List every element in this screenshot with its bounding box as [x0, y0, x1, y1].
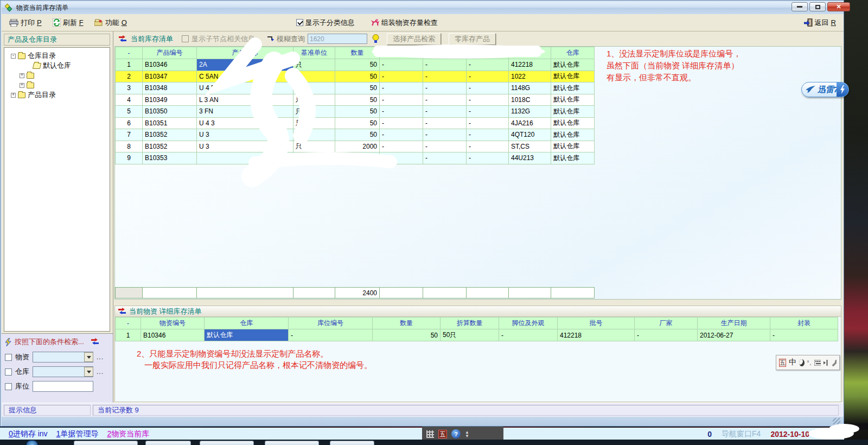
folder-icon	[27, 82, 34, 88]
tree-item-erased-2[interactable]: +	[4, 80, 110, 90]
lightning-bolt-icon[interactable]	[837, 82, 848, 97]
nav-link-documents[interactable]: 1单据管理导	[56, 429, 99, 439]
material-combo[interactable]	[33, 352, 93, 363]
ime-wubi-icon[interactable]: 五	[779, 359, 786, 367]
select-product-search-button[interactable]: 选择产品检索	[387, 33, 441, 45]
xunlei-widget[interactable]: 迅雷7	[801, 82, 849, 97]
annotation-2-line-2: 一般实际应用中我们只记得产品名称，根本记不清物资的编号。	[144, 360, 372, 371]
col-num: -	[116, 47, 143, 59]
return-label: 返回	[815, 18, 829, 28]
ime-wrench-icon[interactable]	[831, 359, 837, 366]
ime-keyboard-icon[interactable]	[814, 360, 821, 366]
expand-icon[interactable]: +	[11, 93, 16, 98]
tree-item-default-warehouse[interactable]: 默认仓库	[4, 61, 110, 71]
sidebar-header: 产品及仓库目录	[4, 34, 110, 46]
close-icon: ✕	[836, 3, 841, 10]
nav-link-current-inventory[interactable]: 2物资当前库	[107, 429, 149, 439]
collapse-icon[interactable]: -	[11, 54, 16, 59]
location-input[interactable]	[33, 381, 93, 392]
swap-icon[interactable]	[119, 36, 126, 42]
table-row[interactable]: 2B10347C 5AN只50---1022默认仓库	[116, 71, 595, 82]
table-row[interactable]: 6B10351U 4 3只50---4JA216默认仓库	[116, 117, 595, 129]
title-bar: 物资当前库存清单	[2, 2, 844, 14]
material-checkbox[interactable]	[5, 354, 12, 361]
close-button[interactable]: ✕	[827, 2, 850, 11]
ime-toolbar[interactable]: 五 中 °,	[776, 355, 840, 370]
show-subcategory-label: 显示子分类信息	[305, 18, 355, 28]
table-row[interactable]: 3B10348U 4 BN只50---1148G默认仓库	[116, 82, 595, 94]
chevron-down-icon[interactable]	[84, 367, 93, 377]
table-row[interactable]: 1B103462A只50---412218默认仓库	[116, 59, 595, 71]
table-row[interactable]: 5B103503 FN只50---1132G默认仓库	[116, 106, 595, 118]
return-button[interactable]: 返回R	[804, 18, 836, 28]
sub-toolbar: 当前库存清单 显示子节点相关信息 模糊查询 选择产品检索 零库存产品	[113, 31, 844, 46]
ime-punctuation-icon[interactable]: °,	[807, 360, 812, 366]
col-batch: 批号	[558, 317, 635, 329]
tree-item-product-root[interactable]: + 产品目录	[4, 90, 110, 100]
assembly-check-button[interactable]: 组装物资存量检查	[368, 16, 441, 29]
col-quantity: 数量	[335, 47, 380, 59]
search-panel-title-label: 按照下面的条件检索...	[15, 337, 84, 347]
table-row[interactable]: 7B10352U 3只50---4QT120默认仓库	[116, 129, 595, 141]
taskbar-button[interactable]	[265, 441, 319, 445]
ime-mini-widget[interactable]: 五 ? ▲▼	[422, 427, 503, 441]
resize-grip[interactable]	[833, 418, 840, 424]
table-row[interactable]: 8B10352U 3只2000---ST,CS默认仓库	[116, 141, 595, 152]
refresh-button[interactable]: 刷新F	[49, 16, 87, 29]
help-icon[interactable]: ?	[451, 429, 461, 438]
col-quantity: 数量	[373, 317, 441, 329]
printer-icon	[9, 19, 18, 27]
fuzzy-query-input[interactable]	[308, 34, 367, 44]
taskbar-button[interactable]	[330, 441, 374, 445]
show-subnode-checkbox[interactable]: 显示子节点相关信息	[182, 34, 255, 44]
tree-item-warehouse-root[interactable]: - 仓库目录	[4, 51, 110, 61]
taskbar-button[interactable]	[200, 441, 254, 445]
swap-icon[interactable]	[91, 339, 99, 345]
filter-row-material: 物资 ...	[5, 352, 110, 363]
maximize-button[interactable]	[809, 2, 826, 11]
swap-icon[interactable]	[118, 308, 126, 315]
nav-link-inv[interactable]: 0进销存 inv	[9, 429, 48, 439]
warehouse-checkbox[interactable]	[5, 368, 12, 376]
col-warehouse: 仓库	[205, 317, 289, 329]
taskbar-button[interactable]	[145, 441, 191, 445]
ime-split-icon[interactable]	[824, 360, 829, 366]
tree-item-erased-1[interactable]: +	[4, 71, 110, 80]
selected-cell[interactable]: 默认仓库	[205, 329, 289, 341]
material-more-button[interactable]: ...	[97, 353, 104, 361]
location-checkbox[interactable]	[5, 383, 12, 390]
folder-icon	[27, 73, 34, 79]
selected-cell[interactable]: 2A	[197, 59, 293, 71]
table-row[interactable]: 9B10353只50---44U213默认仓库	[116, 152, 595, 164]
function-button[interactable]: 功能O	[91, 16, 130, 29]
tree-label: 默认仓库	[43, 61, 71, 71]
expand-icon[interactable]: +	[20, 73, 24, 78]
chevron-down-icon[interactable]	[84, 352, 93, 362]
table-row[interactable]: 4B10349L 3 AN只50---1018C默认仓库	[116, 94, 595, 106]
minimize-button[interactable]	[792, 2, 808, 11]
drag-grid-icon[interactable]	[426, 430, 434, 438]
taskbar-button[interactable]	[74, 441, 138, 445]
parent-status-right: 0 导航窗口F4 2012-10-10	[707, 429, 809, 439]
ime-fullwidth-moon-icon[interactable]	[799, 359, 805, 366]
inventory-table: - 产品编号 产品名称 基准单位 数量 仓库 1B103462A只50---41…	[115, 47, 595, 164]
start-orb[interactable]	[26, 440, 38, 445]
warehouse-combo[interactable]	[33, 366, 93, 377]
col-package: 封装	[770, 317, 838, 329]
warehouse-more-button[interactable]: ...	[97, 368, 104, 376]
print-button[interactable]: 打印P	[6, 16, 45, 29]
expand-icon[interactable]: +	[20, 83, 24, 88]
detail-table: - 物资编号 仓库 库位编号 数量 折算数量 脚位及外观 批号 厂家 生产日期 …	[115, 317, 838, 341]
col-warehouse: 仓库	[551, 47, 595, 59]
col-material-code: 物资编号	[141, 317, 205, 329]
detail-row[interactable]: 1 B10346 默认仓库 - 50 50只 - 412218 - 2012-0…	[116, 329, 838, 341]
ime-arrows-icon[interactable]: ▲▼	[465, 430, 469, 438]
annotation-1-line-2: 虽然下面（当前物资 详细库存清单）	[607, 61, 739, 71]
ime-wubi-icon[interactable]: 五	[438, 430, 447, 438]
leaf-spacer	[26, 63, 31, 68]
show-subcategory-checkbox[interactable]: 显示子分类信息	[293, 16, 358, 29]
checkbox-checked-icon[interactable]	[296, 19, 303, 26]
detail-title-label: 当前物资 详细库存清单	[129, 307, 202, 316]
ime-chinese-icon[interactable]: 中	[789, 358, 796, 367]
zero-stock-button[interactable]: 零库存产品	[449, 33, 496, 45]
